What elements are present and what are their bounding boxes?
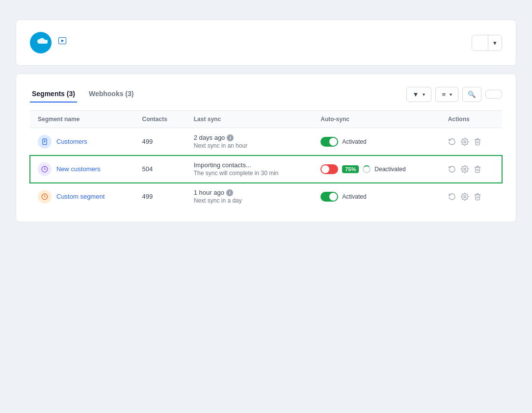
general-settings-button[interactable]: [472, 35, 488, 51]
table-header: Segment name Contacts Last sync Auto-syn…: [30, 111, 502, 128]
svg-point-8: [464, 196, 466, 198]
segments-card: Segments (3) Webhooks (3) ▼ ▾ ≡ ▾ 🔍: [16, 74, 516, 222]
segment-name-cell: New customers: [30, 155, 134, 183]
settings-btn-group: ▾: [472, 35, 502, 51]
sync-info: Importing contacts... The sync will comp…: [194, 161, 305, 177]
auto-sync-status: Activated: [342, 138, 366, 145]
segments-table: Segment name Contacts Last sync Auto-syn…: [30, 111, 502, 210]
col-last-sync: Last sync: [186, 111, 313, 128]
auto-sync-status: Deactivated: [374, 166, 405, 173]
col-auto-sync: Auto-sync: [313, 111, 440, 128]
auto-sync-toggle[interactable]: [320, 192, 338, 202]
sync-info: 2 days ago i Next sync in an hour: [194, 134, 305, 149]
tab-actions: ▼ ▾ ≡ ▾ 🔍: [406, 87, 502, 102]
segment-icon: [38, 162, 52, 176]
table-row: New customers 504 Importing contacts... …: [30, 155, 502, 183]
refresh-icon[interactable]: [448, 193, 456, 201]
actions-cell: [440, 128, 502, 155]
settings-icon[interactable]: [461, 138, 469, 146]
sync-sub: Next sync in an hour: [194, 142, 305, 149]
table-row: Custom segment 499 1 hour ago i Next syn…: [30, 183, 502, 210]
col-contacts: Contacts: [134, 111, 186, 128]
last-sync-cell: 2 days ago i Next sync in an hour: [186, 128, 313, 155]
page-wrapper: ▾ Segments (3) Webhooks (3) ▼ ▾ ≡ ▾: [16, 20, 516, 222]
settings-icon[interactable]: [461, 165, 469, 173]
info-icon[interactable]: i: [227, 134, 234, 141]
auto-sync-cell: Activated: [313, 183, 440, 210]
segment-link[interactable]: New customers: [56, 165, 101, 173]
table-body: Customers 499 2 days ago i Next sync in …: [30, 128, 502, 210]
actions-cell: [440, 183, 502, 210]
integration-card: ▾: [16, 20, 516, 66]
contacts-cell: 499: [134, 128, 186, 155]
filter-chevron-icon: ▾: [423, 92, 425, 97]
integration-header: ▾: [30, 32, 502, 53]
sort-button[interactable]: ≡ ▾: [435, 87, 458, 102]
segment-name-cell: Customers: [30, 128, 134, 155]
sort-chevron-icon: ▾: [450, 92, 452, 97]
svg-point-6: [464, 168, 466, 170]
tabs: Segments (3) Webhooks (3): [30, 86, 145, 103]
search-button[interactable]: 🔍: [462, 87, 481, 102]
delete-icon[interactable]: [474, 138, 481, 146]
sync-sub: The sync will complete in 30 min: [194, 170, 305, 177]
video-tutorial-link[interactable]: [58, 37, 69, 44]
tabs-row: Segments (3) Webhooks (3) ▼ ▾ ≡ ▾ 🔍: [30, 86, 502, 103]
video-icon: [58, 37, 66, 44]
segment-link[interactable]: Custom segment: [56, 193, 105, 200]
auto-sync-toggle[interactable]: [320, 164, 338, 174]
loading-spinner: [363, 165, 371, 173]
tab-segments[interactable]: Segments (3): [30, 86, 77, 103]
sync-main: 2 days ago i: [194, 134, 305, 141]
sync-sub: Next sync in a day: [194, 197, 305, 204]
search-icon: 🔍: [468, 91, 476, 98]
svg-point-4: [464, 141, 466, 143]
salesforce-logo: [30, 32, 52, 53]
filter-icon: ▼: [413, 91, 419, 98]
sync-main: 1 hour ago i: [194, 189, 305, 196]
contacts-cell: 499: [134, 183, 186, 210]
table-row: Customers 499 2 days ago i Next sync in …: [30, 128, 502, 155]
col-actions: Actions: [440, 111, 502, 128]
integration-info: [30, 32, 69, 53]
refresh-icon[interactable]: [448, 138, 456, 146]
settings-dropdown-button[interactable]: ▾: [488, 35, 502, 51]
create-segment-button[interactable]: [485, 90, 502, 99]
sort-icon: ≡: [442, 91, 446, 98]
progress-badge: 75%: [342, 165, 359, 173]
delete-icon[interactable]: [474, 165, 481, 173]
auto-sync-toggle[interactable]: [320, 137, 338, 147]
tab-webhooks[interactable]: Webhooks (3): [87, 86, 136, 103]
segment-icon: [38, 135, 52, 149]
filter-button[interactable]: ▼ ▾: [406, 87, 432, 102]
last-sync-cell: 1 hour ago i Next sync in a day: [186, 183, 313, 210]
last-sync-cell: Importing contacts... The sync will comp…: [186, 155, 313, 183]
contacts-cell: 504: [134, 155, 186, 183]
refresh-icon[interactable]: [448, 165, 456, 173]
auto-sync-status: Activated: [342, 193, 366, 200]
delete-icon[interactable]: [474, 193, 481, 201]
sync-info: 1 hour ago i Next sync in a day: [194, 189, 305, 204]
auto-sync-cell: 75% Deactivated: [313, 155, 440, 183]
integration-text: [58, 32, 69, 44]
segment-name-cell: Custom segment: [30, 183, 134, 210]
settings-icon[interactable]: [461, 193, 469, 201]
actions-cell: [440, 155, 502, 183]
segment-link[interactable]: Customers: [56, 138, 87, 145]
info-icon[interactable]: i: [226, 189, 233, 196]
col-segment-name: Segment name: [30, 111, 134, 128]
sync-main: Importing contacts...: [194, 161, 305, 169]
segment-icon: [38, 190, 52, 204]
auto-sync-cell: Activated: [313, 128, 440, 155]
